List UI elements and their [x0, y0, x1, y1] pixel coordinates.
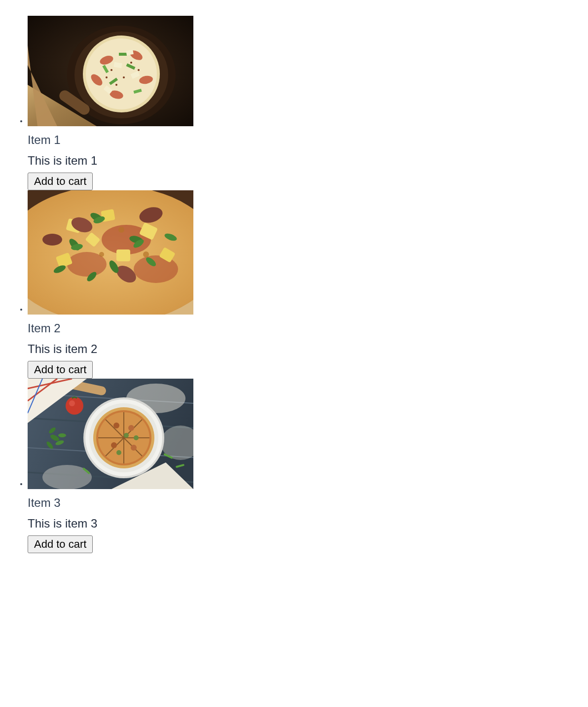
svg-point-7 [86, 38, 157, 109]
item-description: This is item 1 [28, 154, 580, 168]
add-to-cart-button[interactable]: Add to cart [28, 535, 93, 553]
svg-point-57 [118, 227, 124, 233]
svg-point-58 [99, 252, 104, 257]
item-description: This is item 2 [28, 342, 580, 356]
list-item: Item 3 This is item 3 Add to cart [28, 379, 580, 553]
svg-point-26 [106, 76, 108, 78]
svg-point-24 [130, 62, 132, 64]
add-to-cart-button[interactable]: Add to cart [28, 361, 93, 379]
item-list: Item 1 This is item 1 Add to cart [8, 16, 580, 553]
svg-point-91 [113, 423, 119, 428]
svg-point-27 [138, 69, 140, 71]
svg-point-93 [111, 442, 117, 448]
svg-point-45 [42, 234, 62, 246]
item-title: Item 1 [28, 133, 580, 147]
svg-point-92 [128, 425, 134, 431]
svg-rect-39 [116, 249, 130, 261]
svg-point-23 [123, 76, 125, 78]
svg-point-22 [110, 69, 112, 71]
svg-point-97 [134, 435, 139, 440]
item-image [28, 190, 193, 315]
svg-point-78 [58, 433, 66, 437]
item-image [28, 16, 193, 126]
svg-point-25 [115, 84, 117, 86]
add-to-cart-button[interactable]: Add to cart [28, 173, 93, 190]
item-image [28, 379, 193, 489]
item-title: Item 3 [28, 496, 580, 510]
svg-point-94 [131, 445, 137, 451]
svg-point-95 [124, 433, 129, 438]
svg-point-96 [116, 450, 121, 455]
svg-point-73 [66, 397, 83, 415]
svg-point-59 [143, 251, 149, 257]
svg-point-74 [69, 400, 75, 406]
list-item: Item 2 This is item 2 Add to cart [28, 190, 580, 379]
svg-rect-17 [119, 53, 127, 56]
list-item: Item 1 This is item 1 Add to cart [28, 16, 580, 190]
item-title: Item 2 [28, 321, 580, 335]
item-description: This is item 3 [28, 517, 580, 530]
